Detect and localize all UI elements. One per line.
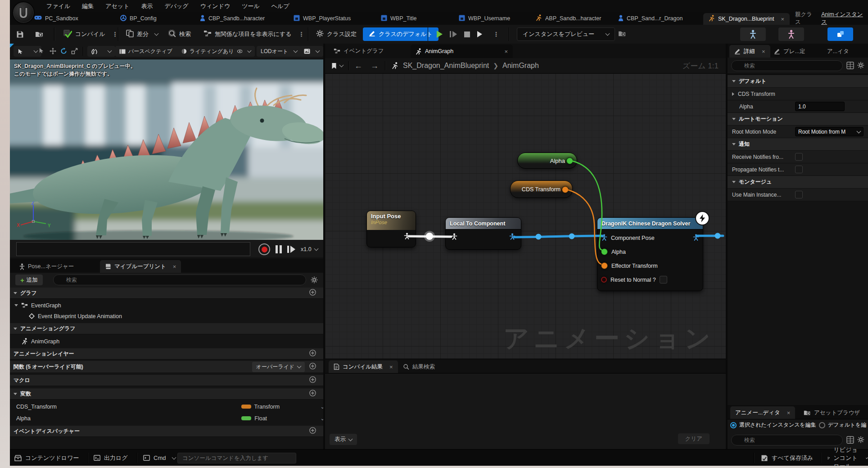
section-variables[interactable]: 変数 [10, 388, 323, 400]
animgraph-canvas[interactable]: ← → SK_Dragon_AnimBlueprint ❯ AnimGraph … [325, 58, 726, 359]
diff-button[interactable]: 差分 [126, 25, 158, 44]
tab-compile-results[interactable]: コンパイル結果 × [329, 360, 398, 373]
component-pose-input-pin[interactable] [601, 234, 607, 242]
add-variable-icon[interactable] [309, 390, 316, 398]
parent-class-link[interactable]: Animインスタンス [821, 11, 868, 26]
section-event-dispatchers[interactable]: イベントディスパッチャー [10, 426, 323, 437]
reset-to-normal-checkbox[interactable] [660, 276, 667, 284]
add-macro-icon[interactable] [309, 376, 316, 384]
class-defaults-button[interactable]: クラスのデフォルト [363, 27, 439, 41]
perspective-dropdown[interactable]: パースペクティブ [115, 46, 185, 57]
details-section-montage[interactable]: モンタージュ [728, 176, 868, 189]
tab-my-blueprint[interactable]: マイブループリント × [100, 260, 181, 273]
alpha-input-pin[interactable] [601, 248, 608, 255]
variable-row-alpha[interactable]: Alpha Float ⌄ [10, 413, 330, 423]
console-command-input[interactable] [177, 453, 296, 464]
edit-defaults-radio[interactable] [819, 422, 825, 428]
tab-bp-config[interactable]: BP_Config [120, 12, 157, 25]
save-all-status[interactable]: すべて保存済み [761, 450, 813, 466]
rotate-tool-icon[interactable] [60, 48, 67, 56]
select-tool-icon[interactable] [39, 48, 45, 55]
snap-settings-button[interactable] [87, 46, 115, 57]
node-get-cds-transform[interactable]: CDS Transform [510, 180, 573, 198]
node-get-alpha[interactable]: Alpha [517, 153, 577, 169]
step-into-icon[interactable] [450, 31, 457, 37]
tab-asset-editor[interactable]: ア...イタ [822, 45, 854, 58]
show-filter-dropdown[interactable]: 表示 [330, 434, 357, 445]
close-tab-icon[interactable]: × [762, 49, 765, 54]
section-animation-layers[interactable]: アニメーションレイヤー [10, 348, 323, 360]
node-input-pose[interactable]: Input Pose InPose [366, 211, 416, 248]
content-drawer-button[interactable]: コンテンツドロワー [14, 450, 79, 466]
play-options-icon[interactable]: ⋮ [493, 31, 499, 38]
menu-help[interactable]: ヘルプ [266, 0, 295, 12]
hide-unrelated-options-icon[interactable]: ⋮ [298, 31, 305, 38]
add-new-button[interactable]: + 追加 [15, 274, 43, 285]
tab-pc-sandbox[interactable]: PC_Sandbox [34, 12, 78, 25]
tab-details[interactable]: 詳細 × [729, 45, 770, 58]
details-section-notifies[interactable]: 通知 [728, 138, 868, 151]
revision-control-button[interactable]: リビジョンコントロール [827, 450, 868, 466]
gear-icon[interactable] [857, 436, 864, 443]
cmd-dropdown[interactable]: Cmd [143, 450, 176, 466]
tab-preview-settings[interactable]: プレ...定 [769, 45, 810, 58]
tab-sk-dragon-blueprint[interactable]: SK_Dragon...Blueprint × [703, 13, 790, 25]
close-tab-icon[interactable]: × [781, 16, 784, 22]
details-section-root-motion[interactable]: ルートモーション [728, 113, 868, 126]
details-search-input[interactable] [731, 60, 843, 71]
tree-item-eventgraph[interactable]: EventGraph [10, 300, 328, 310]
bookmark-dropdown[interactable] [331, 63, 343, 69]
stop-icon[interactable] [464, 32, 470, 37]
close-tab-icon[interactable]: × [173, 264, 176, 270]
show-flags-button[interactable] [233, 46, 255, 57]
timeline-scrubber[interactable] [16, 242, 250, 256]
alpha-value-input[interactable]: 1.0 [795, 102, 845, 111]
gear-icon[interactable] [857, 62, 864, 69]
alpha-output-pin[interactable] [566, 158, 573, 164]
component-pose-output-pin[interactable] [509, 233, 515, 241]
cds-transform-output-pin[interactable] [562, 186, 569, 193]
menu-edit[interactable]: 編集 [76, 0, 99, 12]
details-section-default[interactable]: デフォルト [728, 75, 868, 88]
tab-asset-browser[interactable]: アセットブラウザ [799, 406, 865, 419]
pause-icon[interactable] [276, 245, 282, 253]
tab-wbp-username[interactable]: WBP_Username [459, 12, 510, 25]
effector-transform-input-pin[interactable] [601, 262, 608, 269]
section-macros[interactable]: マクロ [10, 375, 323, 386]
tab-anim-preview-editor[interactable]: アニメー...ディタ × [730, 406, 795, 419]
find-button[interactable]: 検索 [168, 25, 191, 44]
class-settings-button[interactable]: クラス設定 [316, 25, 357, 44]
step-forward-icon[interactable] [287, 246, 295, 253]
tab-cbp-sandbox-dragon[interactable]: CBP_Sand...r_Dragon [618, 12, 683, 25]
tab-pose-manager[interactable]: Pose...ネージャー [14, 260, 79, 273]
compile-options-icon[interactable]: ⋮ [112, 31, 118, 38]
add-layer-icon[interactable] [309, 350, 316, 358]
section-functions[interactable]: 関数 (5 オーバーライド可能) オーバーライド [10, 361, 323, 373]
hide-unrelated-button[interactable]: 無関係な項目を非表示にする ⋮ [203, 25, 305, 44]
tab-animgraph-doc[interactable]: AnimGraph × [411, 45, 513, 58]
splitter-right[interactable] [726, 44, 728, 449]
save-button[interactable] [16, 25, 24, 44]
close-tab-icon[interactable]: × [504, 49, 508, 54]
override-dropdown[interactable]: オーバーライド [252, 362, 305, 372]
screenshot-button[interactable] [300, 46, 323, 57]
node-local-to-component[interactable]: Local To Component [445, 217, 521, 250]
menu-window[interactable]: ウィンドウ [194, 0, 236, 12]
tab-wbp-playerstatus[interactable]: WBP_PlayerStatus [294, 12, 351, 25]
output-log-button[interactable]: 出力ログ [94, 450, 128, 466]
viewport-menu-button[interactable] [14, 46, 41, 57]
preview-instance-dropdown[interactable]: インスタンスをプレビュー [517, 25, 626, 44]
tab-cbp-sandbox-character[interactable]: CBP_Sandb...haracter [200, 12, 265, 25]
grid-view-icon[interactable] [846, 436, 854, 444]
splitter-left[interactable] [323, 44, 325, 449]
playback-speed-dropdown[interactable]: x1.0 [301, 246, 318, 252]
menu-debug[interactable]: デバッグ [158, 0, 194, 12]
tree-item-event-update-anim[interactable]: Event Blueprint Update Animation [10, 311, 342, 321]
reset-to-normal-input-pin[interactable] [601, 277, 607, 283]
tree-item-animgraph[interactable]: AnimGraph [10, 336, 335, 346]
nav-forward-icon[interactable]: → [371, 61, 379, 71]
clear-button[interactable]: クリア [678, 433, 710, 444]
preview-3d-view[interactable]: SK_Dragon_AnimBlueprint_C のプレビュー中。 このモード… [10, 59, 323, 240]
move-tool-icon[interactable] [50, 48, 56, 56]
add-graph-icon[interactable] [309, 289, 316, 297]
